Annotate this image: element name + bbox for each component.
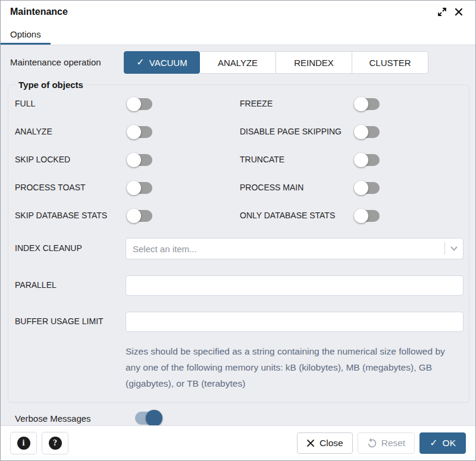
- select-divider: [444, 243, 445, 255]
- type-of-objects-legend: Type of objects: [16, 80, 86, 90]
- maintenance-dialog: Maintenance Options Maintenance operatio…: [0, 0, 476, 461]
- operation-reindex-label: REINDEX: [294, 58, 334, 68]
- help-button[interactable]: ?: [42, 432, 68, 454]
- expand-icon[interactable]: [434, 4, 450, 20]
- close-button[interactable]: Close: [297, 432, 353, 454]
- dialog-footer: i ? Close Reset ✓ OK: [1, 425, 475, 460]
- info-icon: i: [17, 437, 30, 450]
- process-main-toggle[interactable]: [356, 182, 380, 194]
- reset-icon: [367, 438, 377, 448]
- index-cleanup-select[interactable]: Select an item...: [126, 238, 464, 259]
- ok-check-icon: ✓: [430, 438, 437, 448]
- skip-locked-label: SKIP LOCKED: [15, 154, 126, 166]
- process-toast-label: PROCESS TOAST: [15, 182, 126, 194]
- parallel-input[interactable]: [126, 275, 464, 296]
- ok-button-label: OK: [443, 438, 456, 449]
- reset-button-label: Reset: [381, 438, 406, 449]
- close-icon[interactable]: [450, 4, 467, 20]
- chevron-down-icon: [450, 244, 458, 253]
- operation-cluster-label: CLUSTER: [369, 58, 411, 68]
- index-cleanup-label: INDEX CLEANUP: [15, 243, 126, 255]
- only-database-stats-label: ONLY DATABASE STATS: [240, 210, 353, 222]
- buffer-usage-limit-input[interactable]: [126, 312, 464, 332]
- operation-vacuum-button[interactable]: ✓ VACUUM: [124, 51, 200, 74]
- freeze-toggle[interactable]: [356, 98, 380, 110]
- verbose-messages-row: Verbose Messages: [15, 412, 466, 425]
- full-label: FULL: [15, 98, 126, 110]
- tab-options-label: Options: [10, 29, 41, 39]
- close-button-label: Close: [320, 438, 343, 449]
- tab-bar: Options: [1, 23, 475, 45]
- tab-options[interactable]: Options: [1, 23, 51, 45]
- process-main-toggle-knob: [354, 181, 368, 195]
- titlebar: Maintenance: [1, 1, 475, 23]
- operation-cluster-button[interactable]: CLUSTER: [352, 51, 428, 74]
- process-main-label: PROCESS MAIN: [240, 182, 353, 194]
- freeze-label: FREEZE: [240, 98, 353, 110]
- only-database-stats-toggle-knob: [354, 209, 368, 223]
- type-of-objects-fieldset: Type of objects FULL FREEZE ANALYZE DISA…: [8, 80, 469, 403]
- dialog-title: Maintenance: [10, 7, 68, 17]
- only-database-stats-toggle[interactable]: [356, 210, 380, 222]
- buffer-usage-limit-label: BUFFER USAGE LIMIT: [15, 316, 126, 328]
- operation-analyze-button[interactable]: ANALYZE: [200, 51, 276, 74]
- skip-database-stats-label: SKIP DATABASE STATS: [15, 210, 126, 222]
- objects-grid: FULL FREEZE ANALYZE DISABLE PAGE SKIPPIN…: [15, 93, 464, 391]
- operation-vacuum-label: VACUUM: [149, 58, 187, 68]
- sql-info-button[interactable]: i: [10, 432, 37, 454]
- truncate-label: TRUNCATE: [240, 154, 353, 166]
- skip-locked-toggle[interactable]: [129, 154, 152, 166]
- verbose-messages-toggle[interactable]: [135, 412, 160, 425]
- dialog-content: Maintenance operation ✓ VACUUM ANALYZE R…: [1, 45, 475, 425]
- operation-analyze-label: ANALYZE: [218, 58, 258, 68]
- check-icon: ✓: [136, 58, 144, 67]
- analyze-toggle-knob: [127, 125, 141, 139]
- process-toast-toggle[interactable]: [129, 182, 152, 194]
- parallel-label: PARALLEL: [15, 280, 126, 291]
- maintenance-operation-row: Maintenance operation ✓ VACUUM ANALYZE R…: [10, 51, 466, 74]
- disable-page-skipping-toggle[interactable]: [356, 126, 380, 138]
- index-cleanup-placeholder: Select an item...: [133, 244, 444, 254]
- truncate-toggle-knob: [354, 153, 368, 167]
- disable-page-skipping-toggle-knob: [354, 125, 368, 139]
- verbose-messages-label: Verbose Messages: [15, 413, 126, 424]
- analyze-toggle[interactable]: [129, 126, 152, 138]
- process-toast-toggle-knob: [127, 181, 141, 195]
- skip-database-stats-toggle[interactable]: [129, 210, 152, 222]
- operation-reindex-button[interactable]: REINDEX: [276, 51, 352, 74]
- buffer-usage-limit-help-text: Sizes should be specified as a string co…: [126, 343, 464, 391]
- maintenance-operation-label: Maintenance operation: [10, 57, 124, 68]
- disable-page-skipping-label: DISABLE PAGE SKIPPING: [240, 126, 353, 138]
- full-toggle[interactable]: [129, 98, 152, 110]
- skip-locked-toggle-knob: [127, 153, 141, 167]
- ok-button[interactable]: ✓ OK: [419, 432, 466, 454]
- operation-button-group: ✓ VACUUM ANALYZE REINDEX CLUSTER: [124, 51, 428, 74]
- close-x-icon: [306, 439, 315, 447]
- full-toggle-knob: [127, 97, 141, 111]
- freeze-toggle-knob: [354, 97, 368, 111]
- skip-database-stats-toggle-knob: [127, 209, 141, 223]
- question-icon: ?: [49, 437, 62, 450]
- reset-button[interactable]: Reset: [358, 432, 415, 454]
- analyze-label: ANALYZE: [15, 126, 126, 138]
- truncate-toggle[interactable]: [356, 154, 380, 166]
- verbose-messages-toggle-knob: [146, 410, 162, 425]
